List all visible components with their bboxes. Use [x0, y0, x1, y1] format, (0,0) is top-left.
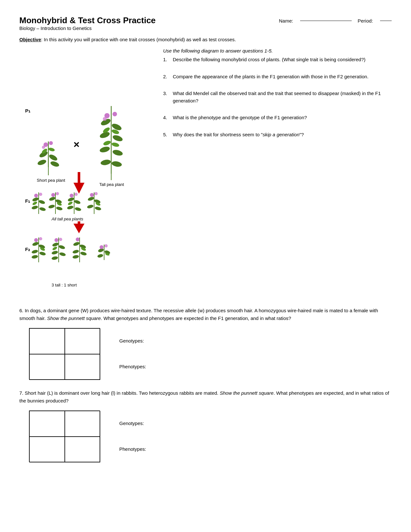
name-period-area: Name: Period:	[279, 15, 392, 24]
diagram-questions-section: P₁ Short pea plant	[19, 48, 392, 297]
svg-point-21	[100, 159, 111, 166]
svg-marker-33	[73, 183, 84, 194]
svg-point-46	[48, 204, 55, 209]
svg-point-47	[56, 206, 63, 211]
svg-point-9	[49, 141, 53, 145]
svg-point-54	[67, 205, 74, 210]
objective: Objective: In this activity you will pra…	[19, 37, 392, 42]
q7-num: 7.	[19, 390, 24, 396]
question-6: 6. In dogs, a dominant gene (W) produces…	[19, 307, 392, 380]
period-line[interactable]	[380, 21, 392, 21]
svg-text:×: ×	[73, 139, 80, 150]
svg-text:F₂: F₂	[25, 247, 30, 252]
svg-point-78	[39, 237, 42, 240]
svg-point-19	[99, 146, 110, 153]
svg-point-48	[51, 193, 55, 197]
punnett-cell-br[interactable]	[65, 354, 100, 380]
punnett-cell-tl-q7[interactable]	[29, 411, 65, 437]
q6-num: 6.	[19, 308, 24, 313]
name-label: Name:	[279, 18, 293, 24]
svg-point-53	[74, 199, 81, 205]
f2-section: F₂	[19, 232, 152, 297]
q4-num: 4.	[163, 114, 170, 121]
questions-list: 1. Describe the following monohybrid cro…	[163, 56, 392, 138]
svg-point-63	[94, 206, 102, 211]
svg-point-101	[100, 245, 103, 249]
svg-point-4	[37, 159, 47, 166]
q6-gp: Genotypes: Phenotypes:	[119, 328, 146, 380]
q2-text: Compare the appearance of the plants in …	[173, 73, 368, 81]
svg-point-42	[32, 201, 38, 206]
svg-point-44	[49, 196, 56, 201]
q7-body: Short hair (L) is dominant over long hai…	[19, 390, 389, 403]
svg-point-57	[74, 193, 78, 196]
svg-point-90	[73, 241, 80, 247]
punnett-cell-tl[interactable]	[29, 328, 65, 354]
svg-point-41	[39, 193, 42, 196]
svg-point-38	[31, 205, 38, 210]
punnett-cell-tr[interactable]	[65, 328, 100, 354]
svg-point-25	[103, 140, 112, 146]
svg-point-37	[38, 199, 45, 205]
q6-genotypes-label: Genotypes:	[119, 337, 146, 345]
svg-point-75	[39, 251, 46, 256]
svg-point-74	[31, 249, 38, 254]
svg-text:F₁: F₁	[25, 198, 30, 204]
q7-genotypes-label: Genotypes:	[119, 420, 146, 427]
svg-point-20	[112, 149, 123, 157]
svg-text:Short pea plant: Short pea plant	[37, 178, 65, 183]
q6-text: 6. In dogs, a dominant gene (W) produces…	[19, 307, 392, 322]
q7-italic: Show the punnett square	[220, 390, 274, 396]
q7-text: 7. Short hair (L) is dominant over long …	[19, 389, 392, 405]
q6-punnett-square	[29, 328, 100, 380]
svg-point-7	[48, 147, 55, 152]
svg-point-22	[111, 160, 122, 167]
svg-text:All tall pea plants: All tall pea plants	[51, 217, 83, 221]
svg-point-56	[70, 194, 73, 198]
svg-point-5	[50, 160, 60, 168]
questions-area: Use the following diagram to answer ques…	[163, 48, 392, 297]
q3-text: What did Mendel call the observed trait …	[173, 90, 392, 104]
svg-point-94	[72, 255, 79, 259]
svg-point-92	[72, 249, 79, 254]
punnett-cell-bl-q7[interactable]	[29, 437, 65, 462]
svg-point-18	[112, 134, 123, 142]
title-block: Monohybrid & Test Cross Practice Biology…	[19, 15, 156, 31]
svg-point-86	[54, 238, 58, 242]
q4-text: What is the phenotype and the genotype o…	[173, 114, 307, 121]
diagram-caption: Use the following diagram to answer ques…	[163, 48, 392, 53]
svg-point-72	[32, 241, 39, 247]
svg-point-77	[34, 238, 38, 242]
svg-point-39	[39, 207, 46, 212]
plant-diagram: P₁ Short pea plant	[19, 48, 152, 235]
svg-point-28	[113, 112, 117, 116]
svg-point-62	[87, 204, 94, 209]
svg-text:P₁: P₁	[25, 108, 30, 113]
main-title: Monohybrid & Test Cross Practice	[19, 15, 156, 25]
diagram-area: P₁ Short pea plant	[19, 48, 152, 297]
q1-num: 1.	[163, 56, 170, 63]
q7-phenotypes-label: Phenotypes:	[119, 445, 146, 453]
punnett-cell-tr-q7[interactable]	[65, 411, 100, 437]
svg-text:Tall pea plant: Tall pea plant	[99, 182, 124, 187]
q5-num: 5.	[163, 131, 170, 139]
svg-point-58	[67, 201, 73, 206]
svg-point-49	[56, 192, 59, 195]
svg-point-82	[58, 245, 65, 250]
name-line[interactable]	[300, 21, 352, 21]
svg-point-55	[74, 207, 82, 212]
svg-point-102	[104, 244, 108, 247]
svg-point-3	[48, 153, 58, 162]
svg-point-85	[51, 256, 58, 260]
q7-punnett-row: Genotypes: Phenotypes:	[29, 411, 392, 462]
punnett-cell-br-q7[interactable]	[65, 437, 100, 462]
svg-point-65	[94, 192, 98, 195]
page-header: Monohybrid & Test Cross Practice Biology…	[19, 15, 392, 31]
q3-num: 3.	[163, 90, 170, 104]
q6-punnett-row: Genotypes: Phenotypes:	[29, 328, 392, 380]
objective-label: Objective	[19, 37, 41, 42]
q5-text: Why does the trait for shortness seem to…	[173, 131, 304, 139]
svg-point-36	[32, 197, 39, 202]
svg-point-87	[59, 238, 62, 241]
punnett-cell-bl[interactable]	[29, 354, 65, 380]
